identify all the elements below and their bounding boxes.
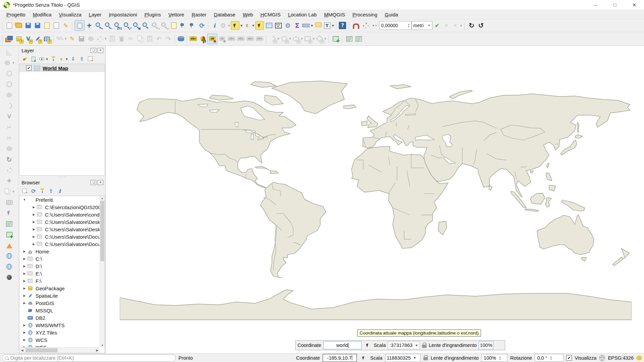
- current-edits-button[interactable]: ✎✎▼: [56, 34, 67, 44]
- collapsed-arrow-icon[interactable]: ▶: [32, 205, 36, 209]
- tracing-button[interactable]: [361, 20, 370, 31]
- lock-icon[interactable]: [422, 345, 427, 348]
- pan-map-button[interactable]: [74, 20, 85, 31]
- coordinate-input[interactable]: world: [323, 341, 362, 349]
- quickmap-button[interactable]: [5, 229, 14, 240]
- expanded-arrow-icon[interactable]: ▼: [22, 198, 27, 201]
- map-canvas[interactable]: Coordinata attuale mappa (longitudine,la…: [105, 46, 644, 353]
- db-manager-button[interactable]: [176, 34, 185, 44]
- filter-by-expression-button[interactable]: ε▼: [58, 55, 68, 63]
- statistics-panel-button[interactable]: Σ: [292, 20, 302, 31]
- menu-plugins[interactable]: Plugins: [141, 11, 165, 18]
- menu-hcmgis[interactable]: HCMGIS: [257, 11, 284, 18]
- toolbar-grip[interactable]: [464, 21, 466, 29]
- processing-toolbox-button[interactable]: ⚙: [283, 20, 292, 31]
- save-project-button[interactable]: [23, 20, 33, 31]
- new-virtual-layer-button[interactable]: ❄: [42, 34, 52, 44]
- collapsed-arrow-icon[interactable]: ▶: [32, 235, 36, 238]
- browser-item-c-users-salvatore-documenti[interactable]: ▶C:\Users\Salvatore\Documenti: [19, 233, 100, 240]
- scroll-up-icon[interactable]: ▲: [100, 196, 105, 200]
- zoom-full-button[interactable]: ⤢: [122, 20, 131, 31]
- cut-features-button[interactable]: ✂: [126, 34, 136, 44]
- data-source-manager-button[interactable]: [5, 34, 14, 44]
- show-bookmarks-button[interactable]: [188, 20, 197, 31]
- browser-item-xyz-tiles[interactable]: ▶XYZ Tiles: [19, 329, 100, 336]
- status-rotation-spinbox[interactable]: 0,0 ° ▲▼: [535, 354, 564, 362]
- add-ring-button[interactable]: [5, 68, 14, 79]
- chevron-down-icon[interactable]: ▼: [324, 37, 327, 41]
- status-coordinate-input[interactable]: -185.9,10.7: [323, 354, 357, 362]
- browser-panel-close-button[interactable]: ✕: [98, 180, 103, 185]
- add-feature-button[interactable]: [86, 34, 96, 44]
- scroll-right-icon[interactable]: ▶: [95, 349, 100, 352]
- open-project-button[interactable]: [14, 20, 23, 31]
- snapping-intersection-button[interactable]: ✔: [432, 20, 442, 31]
- digitize-circle-button[interactable]: ❄▼: [280, 34, 292, 44]
- collapsed-arrow-icon[interactable]: ▶: [22, 301, 27, 305]
- zoom-native-button[interactable]: 1:1: [113, 20, 122, 31]
- crs-status[interactable]: EPSG:4326: [608, 355, 634, 361]
- collapsed-arrow-icon[interactable]: ▶: [22, 279, 27, 283]
- new-print-layout-button[interactable]: [42, 20, 52, 31]
- toolbar-grip[interactable]: [1, 21, 4, 29]
- lock-icon[interactable]: [423, 357, 428, 360]
- georeferencer-button[interactable]: [5, 219, 14, 229]
- collapsed-arrow-icon[interactable]: ▶: [22, 287, 27, 290]
- menu-modifica[interactable]: Modifica: [29, 11, 55, 18]
- split-features-button[interactable]: ✂: [5, 122, 14, 132]
- layer-panel-close-button[interactable]: ✕: [98, 48, 103, 53]
- zoom-last-button[interactable]: ◂: [150, 20, 160, 31]
- add-selected-layers-button[interactable]: [21, 187, 29, 195]
- minimize-button[interactable]: –: [586, 0, 605, 10]
- hcmgis-button[interactable]: [344, 34, 354, 44]
- browser-item-wcs[interactable]: ▶WCS: [19, 336, 100, 344]
- save-project-as-button[interactable]: [33, 20, 42, 31]
- unpin-labels-button[interactable]: [217, 34, 227, 44]
- collapsed-arrow-icon[interactable]: ▶: [32, 228, 36, 231]
- menu-processing[interactable]: Processing: [349, 11, 381, 18]
- collapsed-arrow-icon[interactable]: ▶: [22, 294, 27, 297]
- browser-item-postgis[interactable]: ▶PostGIS: [19, 299, 100, 307]
- split-parts-button[interactable]: ✂: [5, 133, 14, 143]
- digitize-ellipse-button[interactable]: ❄▼: [292, 34, 304, 44]
- menu-mmqgis[interactable]: MMQGIS: [320, 11, 349, 18]
- zoom-out-button[interactable]: −: [103, 20, 113, 31]
- open-layer-styling-button[interactable]: [21, 55, 29, 63]
- expand-all-button[interactable]: ⇩: [69, 55, 77, 63]
- browser-item-c-users-salvatore-desktop[interactable]: ▶C:\Users\Salvatore\Desktop: [19, 226, 100, 233]
- browser-item-c-users-salvatore-condivisa[interactable]: ▶C:\Users\Salvatore\condivisa: [19, 211, 100, 218]
- show-hidden-labels-button[interactable]: [227, 34, 236, 44]
- filter-browser-button[interactable]: [38, 187, 46, 195]
- change-label-button[interactable]: [255, 34, 264, 44]
- browser-properties-button[interactable]: ℹ: [56, 187, 64, 195]
- magnifier-input[interactable]: 100%: [479, 341, 493, 349]
- browser-item-f[interactable]: ▶F:\: [19, 277, 100, 285]
- chevron-down-icon[interactable]: ▼: [277, 37, 280, 41]
- collapsed-arrow-icon[interactable]: ▶: [32, 220, 36, 224]
- extents-pointer-icon[interactable]: [361, 355, 367, 361]
- menu-database[interactable]: Database: [210, 11, 239, 18]
- new-project-button[interactable]: [5, 20, 14, 31]
- location-lab-button[interactable]: [354, 34, 363, 44]
- chevron-down-icon[interactable]: ▼: [240, 24, 243, 27]
- new-geopackage-layer-button[interactable]: ❄: [14, 34, 23, 44]
- browser-panel-undock-button[interactable]: ❏: [91, 180, 96, 185]
- toolbar-grip[interactable]: [328, 35, 330, 43]
- snapping-tolerance-spinbox[interactable]: 0,00000▲▼: [379, 21, 412, 30]
- collapsed-arrow-icon[interactable]: ▶: [22, 338, 27, 342]
- collapsed-arrow-icon[interactable]: ▶: [32, 242, 36, 246]
- collapsed-arrow-icon[interactable]: ▶: [32, 213, 36, 216]
- close-button[interactable]: ✕: [625, 0, 644, 10]
- toggle-editing-button[interactable]: ✎: [67, 34, 77, 44]
- menu-visualizza[interactable]: Visualizza: [55, 11, 85, 18]
- collapsed-arrow-icon[interactable]: ▶: [22, 264, 27, 268]
- layer-visibility-checkbox[interactable]: ✔: [26, 65, 32, 71]
- pin-labels-button[interactable]: [207, 34, 217, 44]
- chevron-down-icon[interactable]: ▼: [227, 24, 231, 27]
- layout-manager-button[interactable]: [52, 20, 61, 31]
- new-bookmark-button[interactable]: [178, 20, 188, 31]
- browser-item-preferiti[interactable]: ▼Preferiti: [19, 196, 100, 203]
- chevron-down-icon[interactable]: ▼: [312, 37, 315, 41]
- identify-features-button[interactable]: i: [210, 20, 219, 31]
- browser-horizontal-scrollbar[interactable]: ◀ ▶: [19, 347, 100, 353]
